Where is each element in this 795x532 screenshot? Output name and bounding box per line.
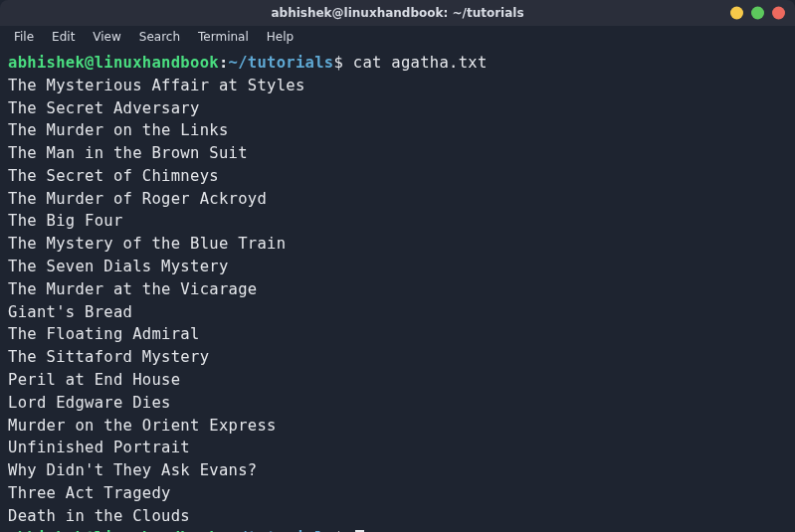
output-line: Death in the Clouds: [8, 505, 787, 528]
menu-terminal[interactable]: Terminal: [190, 28, 257, 46]
output-line: The Seven Dials Mystery: [8, 256, 787, 278]
prompt-user-host: abhishek@linuxhandbook: [8, 54, 219, 72]
output-line: The Secret Adversary: [8, 97, 787, 120]
output-line: The Murder of Roger Ackroyd: [8, 188, 787, 211]
output-line: Lord Edgware Dies: [8, 392, 787, 415]
prompt-path: ~/tutorials: [229, 54, 334, 72]
titlebar: abhishek@linuxhandbook: ~/tutorials: [0, 0, 795, 26]
minimize-button[interactable]: [730, 7, 743, 20]
menu-edit[interactable]: Edit: [44, 28, 83, 46]
maximize-button[interactable]: [751, 7, 764, 20]
output-line: The Mystery of the Blue Train: [8, 233, 787, 256]
output-line: The Big Four: [8, 210, 787, 233]
output-line: The Murder on the Links: [8, 119, 787, 142]
output-line: The Man in the Brown Suit: [8, 142, 787, 165]
output-line: Peril at End House: [8, 369, 787, 392]
output-line: The Secret of Chimneys: [8, 165, 787, 188]
prompt-separator: :: [219, 54, 229, 72]
output-line: Why Didn't They Ask Evans?: [8, 459, 787, 482]
output-line: Giant's Bread: [8, 301, 787, 324]
window-controls: [730, 7, 785, 20]
output-line: Murder on the Orient Express: [8, 415, 787, 438]
menu-help[interactable]: Help: [259, 28, 301, 46]
menu-file[interactable]: File: [6, 28, 42, 46]
prompt-line-2: abhishek@linuxhandbook:~/tutorials$: [8, 527, 787, 532]
command-text: cat agatha.txt: [353, 54, 488, 72]
output-line: Unfinished Portrait: [8, 437, 787, 459]
output-line: The Sittaford Mystery: [8, 346, 787, 369]
menu-search[interactable]: Search: [131, 28, 188, 46]
output-line: Three Act Tragedy: [8, 482, 787, 505]
window-title: abhishek@linuxhandbook: ~/tutorials: [271, 6, 523, 20]
output-line: The Murder at the Vicarage: [8, 278, 787, 301]
prompt-symbol: $: [334, 54, 344, 72]
output-line: The Mysterious Affair at Styles: [8, 75, 787, 97]
terminal-body[interactable]: abhishek@linuxhandbook:~/tutorials$ cat …: [0, 48, 795, 532]
menu-view[interactable]: View: [85, 28, 128, 46]
prompt-line-1: abhishek@linuxhandbook:~/tutorials$ cat …: [8, 52, 787, 75]
output-container: The Mysterious Affair at StylesThe Secre…: [8, 75, 787, 528]
output-line: The Floating Admiral: [8, 323, 787, 346]
close-button[interactable]: [772, 7, 785, 20]
menubar: File Edit View Search Terminal Help: [0, 26, 795, 48]
